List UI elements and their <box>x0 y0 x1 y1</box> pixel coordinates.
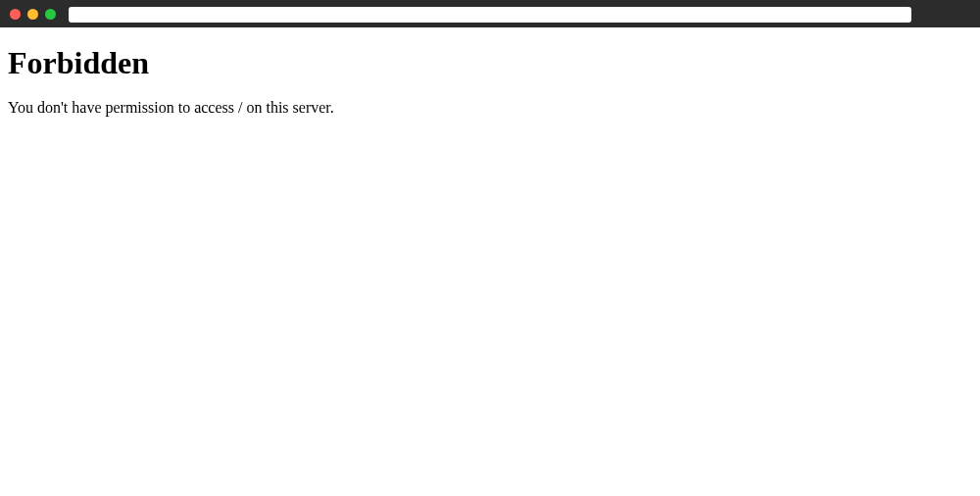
page-content: Forbidden You don't have permission to a… <box>0 27 980 124</box>
address-bar-input[interactable] <box>69 7 911 23</box>
minimize-icon[interactable] <box>27 9 38 20</box>
browser-titlebar <box>0 0 980 27</box>
close-icon[interactable] <box>10 9 21 20</box>
error-heading: Forbidden <box>8 45 972 81</box>
window-controls <box>10 9 56 20</box>
maximize-icon[interactable] <box>45 9 56 20</box>
error-message: You don't have permission to access / on… <box>8 99 972 117</box>
address-bar-wrapper <box>69 5 911 23</box>
